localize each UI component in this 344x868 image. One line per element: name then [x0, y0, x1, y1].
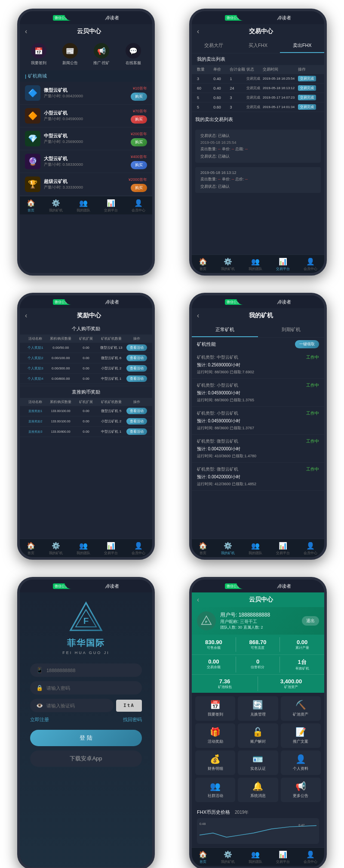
tab-hall[interactable]: 交易大厅 — [192, 39, 236, 53]
menu-exchange[interactable]: 🔄 兑换管理 — [238, 696, 278, 721]
view-activity-btn[interactable]: 查看活动 — [126, 365, 147, 372]
tab-buy[interactable]: 买入FHX — [236, 39, 280, 53]
miner-type: 矿机类型: 微型云矿机 — [197, 466, 238, 472]
logo-area: F — [69, 601, 103, 637]
nav-myminer[interactable]: ⚙️ 我的矿机 — [221, 257, 235, 271]
nav-support[interactable]: 💬 在线客服 — [126, 43, 141, 66]
nav-promo[interactable]: 📢 推广·挖矿 — [93, 43, 110, 66]
nav-myminer[interactable]: ⚙️ 我的矿机 — [49, 542, 63, 555]
nav-myminer[interactable]: ⚙️ 我的矿机 — [221, 542, 235, 555]
nav-home[interactable]: 🏠 首页 — [199, 850, 207, 864]
menu-pool-assets[interactable]: ⛏️ 矿池资产 — [281, 696, 321, 721]
nav-home[interactable]: 🏠 首页 — [27, 542, 35, 555]
phone-input[interactable] — [46, 668, 136, 673]
menu-community[interactable]: 👥 社群活动 — [195, 778, 235, 802]
view-activity-btn[interactable]: 查看活动 — [126, 408, 147, 414]
support-icon: 💬 — [129, 47, 138, 55]
nav-checkin[interactable]: 📅 我要签到 — [31, 43, 46, 66]
bottom-nav: 🏠 首页 ⚙️ 我的矿机 👥 我的团队 📊 交易平台 — [192, 847, 324, 866]
view-activity-btn[interactable]: 查看活动 — [126, 428, 147, 435]
nav-news[interactable]: 📰 新闻公告 — [62, 43, 78, 66]
nav-member[interactable]: 👤 会员中心 — [132, 542, 145, 555]
download-button[interactable]: 下载安卓App — [30, 750, 142, 767]
menu-account-unblock[interactable]: 🔓 账户解封 — [238, 723, 278, 748]
nav-home[interactable]: 🏠 首页 — [27, 199, 35, 213]
myminer-icon: ⚙️ — [52, 199, 60, 207]
view-activity-btn[interactable]: 查看活动 — [126, 375, 147, 382]
member-icon: 👤 — [306, 850, 315, 859]
list-item: 🔷 微型云矿机 产量/小时: 0.00420000 ¥10首年 购买 — [20, 82, 152, 105]
nav-myteam[interactable]: 👥 我的团队 — [249, 542, 262, 555]
stat-trade-balance: 0.00 交易余额 — [192, 657, 236, 673]
member-icon: 👤 — [134, 199, 143, 207]
brand-name-en: FEI HUA GUO JI — [62, 651, 110, 655]
back-button[interactable]: ‹ — [197, 596, 199, 604]
stat-active-miners: 1台 有效矿机 — [280, 657, 324, 673]
nav-myteam[interactable]: 👥 我的团队 — [77, 542, 90, 555]
nav-member[interactable]: 👤 会员中心 — [304, 257, 317, 271]
buy-button[interactable]: 购买 — [131, 161, 147, 169]
buy-button[interactable]: 购买 — [131, 138, 147, 146]
menu-id-verify[interactable]: 🪪 实名认证 — [238, 750, 278, 775]
nav-trade[interactable]: 📊 交易平台 — [276, 850, 290, 864]
logout-button[interactable]: 退出 — [302, 616, 319, 626]
col-op: 操作 — [298, 67, 319, 72]
checkin-label: 我要签到 — [31, 60, 46, 66]
user-avatar: F — [197, 611, 216, 630]
back-button[interactable]: ‹ — [197, 312, 199, 319]
trade-icon: 📊 — [279, 850, 287, 859]
stat-label: 可售余额 — [194, 645, 234, 650]
menu-promo-text[interactable]: 📝 推广文案 — [281, 723, 321, 748]
buy-button[interactable]: 购买 — [131, 184, 147, 192]
phone-notch — [236, 580, 280, 589]
captcha-input[interactable] — [46, 703, 108, 708]
nav-home[interactable]: 🏠 首页 — [199, 257, 207, 271]
list-item: 🔮 大型云矿机 产量/小时: 0.58330000 ¥400首年 购买 — [20, 150, 152, 173]
performance-label: 矿机性能 — [197, 341, 216, 347]
back-button[interactable]: ‹ — [25, 312, 27, 319]
nav-myteam[interactable]: 👥 我的团队 — [249, 257, 262, 271]
menu-finance[interactable]: 💰 财务明细 — [195, 750, 235, 775]
menu-announcements[interactable]: 📢 更多公告 — [281, 778, 321, 802]
view-activity-btn[interactable]: 查看活动 — [126, 355, 147, 361]
nav-member[interactable]: 👤 会员中心 — [132, 199, 145, 213]
register-link[interactable]: 立即注册 — [30, 716, 49, 723]
menu-profile[interactable]: 👤 个人资料 — [281, 750, 321, 775]
buy-button[interactable]: 购买 — [131, 115, 147, 124]
nav-member[interactable]: 👤 会员中心 — [304, 542, 317, 555]
view-activity-btn[interactable]: 查看活动 — [126, 418, 147, 425]
nav-myteam[interactable]: 👥 我的团队 — [77, 199, 90, 213]
buy-button[interactable]: 购买 — [131, 93, 147, 101]
nav-trade[interactable]: 📊 交易平台 — [104, 542, 118, 555]
captcha-image[interactable]: ItA — [116, 700, 142, 712]
nav-member[interactable]: 👤 会员中心 — [304, 850, 317, 864]
nav-trade[interactable]: 📊 交易平台 — [276, 257, 290, 271]
home-icon: 🏠 — [199, 850, 207, 859]
myteam-label: 我的团队 — [77, 551, 90, 555]
back-button[interactable]: ‹ — [25, 28, 27, 35]
tab-normal-miner[interactable]: 正常矿机 — [192, 323, 258, 337]
tab-sell[interactable]: 卖出FHX — [280, 39, 324, 53]
tab-expired-miner[interactable]: 到期矿机 — [258, 323, 324, 337]
menu-label: 系统消息 — [250, 793, 266, 799]
stat-available-liquidity: 868.70 可售流度 — [236, 637, 280, 652]
password-input[interactable] — [46, 685, 136, 691]
one-click-btn[interactable]: 一键领取 — [295, 340, 319, 348]
home-label: 首页 — [28, 208, 34, 213]
pool-icon: ⛏️ — [295, 700, 306, 710]
nav-trade[interactable]: 📊 交易平台 — [104, 199, 118, 213]
nav-myteam[interactable]: 👥 我的团队 — [249, 850, 262, 864]
menu-messages[interactable]: 🔔 系统消息 — [238, 778, 278, 802]
nav-trade[interactable]: 📊 交易平台 — [276, 542, 290, 555]
promo-text-icon: 📝 — [295, 727, 306, 737]
back-button[interactable]: ‹ — [197, 28, 199, 35]
menu-activity-reward[interactable]: 🎁 活动奖励 — [195, 723, 235, 748]
nav-myminer[interactable]: ⚙️ 我的矿机 — [49, 199, 63, 213]
forget-link[interactable]: 找回密码 — [123, 716, 142, 723]
login-button[interactable]: 登 陆 — [30, 730, 142, 746]
miner-price: ¥2000首年 — [129, 177, 147, 183]
menu-checkin[interactable]: 📅 我要签到 — [195, 696, 235, 721]
view-activity-btn[interactable]: 查看活动 — [126, 344, 147, 351]
nav-myminer[interactable]: ⚙️ 我的矿机 — [221, 850, 235, 864]
nav-home[interactable]: 🏠 首页 — [199, 542, 207, 555]
